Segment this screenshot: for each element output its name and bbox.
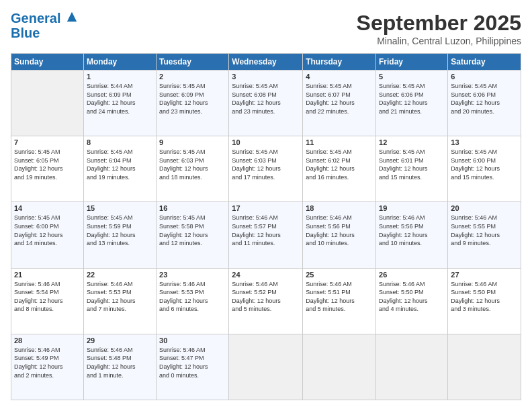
- day-info: Sunrise: 5:46 AM Sunset: 5:51 PM Dayligh…: [306, 280, 373, 314]
- column-header-tuesday: Tuesday: [157, 54, 229, 71]
- day-number: 13: [451, 138, 518, 146]
- day-info: Sunrise: 5:45 AM Sunset: 6:06 PM Dayligh…: [379, 82, 445, 116]
- day-number: 16: [159, 204, 226, 212]
- column-header-saturday: Saturday: [448, 54, 521, 71]
- calendar-cell: 14Sunrise: 5:45 AM Sunset: 6:00 PM Dayli…: [11, 202, 84, 268]
- day-number: 7: [14, 138, 81, 146]
- calendar-cell: [448, 334, 521, 400]
- day-number: 9: [159, 138, 226, 146]
- day-info: Sunrise: 5:45 AM Sunset: 6:06 PM Dayligh…: [451, 82, 518, 116]
- day-number: 2: [159, 73, 226, 81]
- calendar-cell: 11Sunrise: 5:45 AM Sunset: 6:02 PM Dayli…: [303, 136, 376, 202]
- day-number: 19: [379, 204, 445, 212]
- week-row-2: 7Sunrise: 5:45 AM Sunset: 6:05 PM Daylig…: [11, 136, 521, 202]
- day-number: 22: [87, 271, 153, 279]
- calendar-cell: [303, 334, 376, 400]
- day-number: 10: [232, 138, 300, 146]
- day-info: Sunrise: 5:45 AM Sunset: 6:08 PM Dayligh…: [232, 82, 300, 116]
- calendar-cell: 18Sunrise: 5:46 AM Sunset: 5:56 PM Dayli…: [303, 202, 376, 268]
- week-row-5: 28Sunrise: 5:46 AM Sunset: 5:49 PM Dayli…: [11, 334, 521, 400]
- calendar-table: SundayMondayTuesdayWednesdayThursdayFrid…: [11, 53, 521, 400]
- day-number: 28: [14, 336, 81, 345]
- logo: General Blue: [11, 11, 78, 40]
- header: General Blue September 2025 Minalin, Cen…: [11, 11, 521, 46]
- calendar-cell: 24Sunrise: 5:46 AM Sunset: 5:52 PM Dayli…: [229, 268, 303, 334]
- day-number: 4: [306, 73, 373, 81]
- day-number: 1: [87, 73, 153, 81]
- calendar-cell: [229, 334, 303, 400]
- day-info: Sunrise: 5:46 AM Sunset: 5:52 PM Dayligh…: [232, 280, 300, 314]
- calendar-cell: 17Sunrise: 5:46 AM Sunset: 5:57 PM Dayli…: [229, 202, 303, 268]
- day-info: Sunrise: 5:45 AM Sunset: 6:00 PM Dayligh…: [451, 148, 518, 181]
- calendar-cell: 15Sunrise: 5:45 AM Sunset: 5:59 PM Dayli…: [83, 202, 156, 268]
- calendar-cell: 19Sunrise: 5:46 AM Sunset: 5:56 PM Dayli…: [376, 202, 448, 268]
- calendar-cell: 20Sunrise: 5:46 AM Sunset: 5:55 PM Dayli…: [448, 202, 521, 268]
- calendar-cell: 7Sunrise: 5:45 AM Sunset: 6:05 PM Daylig…: [11, 136, 84, 202]
- svg-marker-0: [67, 12, 77, 21]
- calendar-cell: [376, 334, 448, 400]
- location: Minalin, Central Luzon, Philippines: [357, 36, 521, 46]
- day-number: 27: [451, 271, 518, 279]
- day-number: 12: [379, 138, 445, 146]
- week-row-1: 1Sunrise: 5:44 AM Sunset: 6:09 PM Daylig…: [11, 71, 521, 136]
- day-number: 15: [87, 204, 153, 212]
- day-info: Sunrise: 5:46 AM Sunset: 5:48 PM Dayligh…: [87, 346, 153, 379]
- day-info: Sunrise: 5:45 AM Sunset: 6:00 PM Dayligh…: [14, 214, 81, 247]
- day-number: 14: [14, 204, 81, 212]
- calendar-cell: 1Sunrise: 5:44 AM Sunset: 6:09 PM Daylig…: [83, 71, 156, 136]
- calendar-cell: 5Sunrise: 5:45 AM Sunset: 6:06 PM Daylig…: [376, 71, 448, 136]
- day-number: 17: [232, 204, 300, 212]
- calendar-cell: 10Sunrise: 5:45 AM Sunset: 6:03 PM Dayli…: [229, 136, 303, 202]
- day-info: Sunrise: 5:44 AM Sunset: 6:09 PM Dayligh…: [87, 82, 153, 116]
- column-header-wednesday: Wednesday: [229, 54, 303, 71]
- day-info: Sunrise: 5:46 AM Sunset: 5:57 PM Dayligh…: [232, 214, 300, 247]
- calendar-cell: 6Sunrise: 5:45 AM Sunset: 6:06 PM Daylig…: [448, 71, 521, 136]
- day-number: 25: [306, 271, 373, 279]
- calendar-cell: 27Sunrise: 5:46 AM Sunset: 5:50 PM Dayli…: [448, 268, 521, 334]
- day-info: Sunrise: 5:46 AM Sunset: 5:56 PM Dayligh…: [306, 214, 373, 247]
- day-number: 24: [232, 271, 300, 279]
- calendar-cell: 8Sunrise: 5:45 AM Sunset: 6:04 PM Daylig…: [83, 136, 156, 202]
- page: General Blue September 2025 Minalin, Cen…: [0, 0, 532, 411]
- day-number: 11: [306, 138, 373, 146]
- calendar-cell: 25Sunrise: 5:46 AM Sunset: 5:51 PM Dayli…: [303, 268, 376, 334]
- day-info: Sunrise: 5:46 AM Sunset: 5:50 PM Dayligh…: [451, 280, 518, 314]
- day-info: Sunrise: 5:45 AM Sunset: 6:09 PM Dayligh…: [159, 82, 226, 116]
- column-header-friday: Friday: [376, 54, 448, 71]
- calendar-cell: 16Sunrise: 5:45 AM Sunset: 5:58 PM Dayli…: [157, 202, 229, 268]
- day-info: Sunrise: 5:45 AM Sunset: 6:03 PM Dayligh…: [159, 148, 226, 181]
- calendar-cell: 4Sunrise: 5:45 AM Sunset: 6:07 PM Daylig…: [303, 71, 376, 136]
- day-info: Sunrise: 5:45 AM Sunset: 5:59 PM Dayligh…: [87, 214, 153, 247]
- calendar-cell: 28Sunrise: 5:46 AM Sunset: 5:49 PM Dayli…: [11, 334, 84, 400]
- calendar-cell: 23Sunrise: 5:46 AM Sunset: 5:53 PM Dayli…: [157, 268, 229, 334]
- day-info: Sunrise: 5:45 AM Sunset: 6:07 PM Dayligh…: [306, 82, 373, 116]
- calendar-cell: 3Sunrise: 5:45 AM Sunset: 6:08 PM Daylig…: [229, 71, 303, 136]
- day-number: 6: [451, 73, 518, 81]
- column-header-thursday: Thursday: [303, 54, 376, 71]
- day-info: Sunrise: 5:46 AM Sunset: 5:49 PM Dayligh…: [14, 346, 81, 379]
- title-block: September 2025 Minalin, Central Luzon, P…: [357, 11, 521, 46]
- calendar-cell: 12Sunrise: 5:45 AM Sunset: 6:01 PM Dayli…: [376, 136, 448, 202]
- day-number: 29: [87, 336, 153, 345]
- day-info: Sunrise: 5:46 AM Sunset: 5:47 PM Dayligh…: [159, 346, 226, 379]
- week-row-3: 14Sunrise: 5:45 AM Sunset: 6:00 PM Dayli…: [11, 202, 521, 268]
- day-info: Sunrise: 5:45 AM Sunset: 6:04 PM Dayligh…: [87, 148, 153, 181]
- calendar-cell: 2Sunrise: 5:45 AM Sunset: 6:09 PM Daylig…: [157, 71, 229, 136]
- week-row-4: 21Sunrise: 5:46 AM Sunset: 5:54 PM Dayli…: [11, 268, 521, 334]
- day-info: Sunrise: 5:45 AM Sunset: 6:05 PM Dayligh…: [14, 148, 81, 181]
- logo-general: General: [11, 11, 60, 26]
- day-info: Sunrise: 5:46 AM Sunset: 5:53 PM Dayligh…: [159, 280, 226, 314]
- calendar-cell: 9Sunrise: 5:45 AM Sunset: 6:03 PM Daylig…: [157, 136, 229, 202]
- day-info: Sunrise: 5:45 AM Sunset: 6:03 PM Dayligh…: [232, 148, 300, 181]
- calendar-body: 1Sunrise: 5:44 AM Sunset: 6:09 PM Daylig…: [11, 71, 521, 400]
- day-info: Sunrise: 5:46 AM Sunset: 5:54 PM Dayligh…: [14, 280, 81, 314]
- day-number: 8: [87, 138, 153, 146]
- calendar-cell: [11, 71, 84, 136]
- day-number: 5: [379, 73, 445, 81]
- day-number: 21: [14, 271, 81, 279]
- day-number: 26: [379, 271, 445, 279]
- column-header-monday: Monday: [83, 54, 156, 71]
- calendar-header-row: SundayMondayTuesdayWednesdayThursdayFrid…: [11, 54, 521, 71]
- day-info: Sunrise: 5:46 AM Sunset: 5:56 PM Dayligh…: [379, 214, 445, 247]
- day-info: Sunrise: 5:46 AM Sunset: 5:55 PM Dayligh…: [451, 214, 518, 247]
